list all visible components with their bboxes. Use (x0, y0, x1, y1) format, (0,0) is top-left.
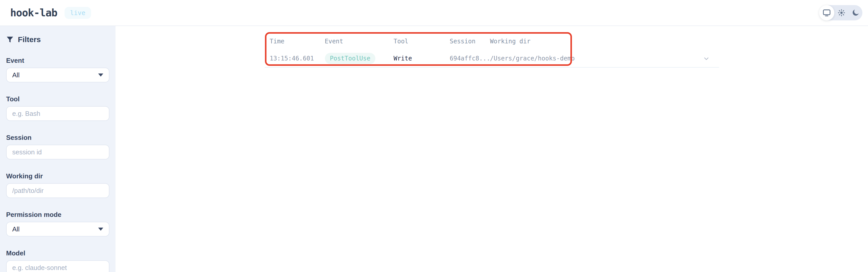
time-cell: 13:15:46.601 (265, 50, 325, 67)
events-table: Time Event Tool Session Working dir 13:1… (265, 33, 719, 68)
permission-mode-select[interactable]: All (6, 222, 110, 237)
filter-group-permission-mode: Permission mode All (6, 211, 110, 237)
theme-light-button[interactable] (834, 5, 848, 21)
theme-dark-button[interactable] (848, 5, 862, 21)
expand-row-button[interactable] (691, 50, 719, 67)
event-select-value: All (12, 71, 20, 79)
event-type-badge: PostToolUse (325, 53, 376, 64)
sun-icon (837, 8, 846, 17)
chevron-down-icon (98, 228, 103, 231)
filter-group-event: Event All (6, 57, 110, 83)
column-header-event: Event (325, 33, 394, 50)
tool-label: Tool (6, 95, 110, 103)
column-header-session: Session (450, 33, 490, 50)
chevron-down-icon (703, 55, 710, 62)
model-input[interactable] (6, 260, 110, 272)
events-panel: Time Event Tool Session Working dir 13:1… (116, 26, 868, 272)
live-status-badge: live (64, 7, 91, 19)
model-label: Model (6, 249, 110, 257)
event-table-row[interactable]: 13:15:46.601 PostToolUse Write 694affc8.… (265, 50, 719, 67)
filters-heading: Filters (6, 35, 110, 44)
filter-group-model: Model (6, 249, 110, 272)
column-header-time: Time (265, 33, 325, 50)
working-dir-cell: /Users/grace/hooks-demo (490, 50, 691, 67)
permission-mode-select-value: All (12, 225, 20, 233)
monitor-icon (823, 8, 831, 17)
filters-title: Filters (18, 35, 41, 44)
event-cell: PostToolUse (325, 50, 394, 67)
column-header-tool: Tool (394, 33, 450, 50)
session-input[interactable] (6, 145, 110, 159)
working-dir-label: Working dir (6, 172, 110, 180)
tool-cell: Write (394, 50, 450, 67)
filter-group-working-dir: Working dir (6, 172, 110, 198)
tool-input[interactable] (6, 106, 110, 121)
filters-sidebar: Filters Event All Tool Session Working d… (0, 26, 116, 272)
filter-group-tool: Tool (6, 95, 110, 121)
table-header-row: Time Event Tool Session Working dir (265, 33, 719, 50)
app-title: hook-lab (10, 7, 57, 19)
working-dir-input[interactable] (6, 183, 110, 198)
theme-system-button[interactable] (819, 5, 834, 21)
column-header-working-dir: Working dir (490, 33, 691, 50)
session-label: Session (6, 134, 110, 142)
chevron-down-icon (98, 73, 103, 77)
column-header-expand (691, 33, 719, 50)
theme-toggle (819, 5, 862, 21)
session-cell: 694affc8... (450, 50, 490, 67)
filter-group-session: Session (6, 134, 110, 159)
filter-funnel-icon (6, 36, 14, 43)
events-table-container: Time Event Tool Session Working dir 13:1… (265, 33, 719, 68)
permission-mode-label: Permission mode (6, 211, 110, 219)
event-select[interactable]: All (6, 68, 110, 83)
event-label: Event (6, 57, 110, 65)
moon-icon (851, 8, 860, 17)
app-header: hook-lab live (0, 0, 868, 26)
